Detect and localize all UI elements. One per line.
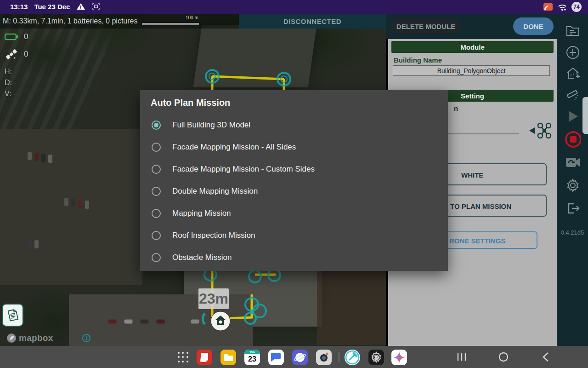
mission-option-label: Facade Mapping Mission - All Sides (172, 143, 296, 152)
add-circle-icon[interactable] (565, 44, 581, 61)
satellite-count: 0 (24, 50, 28, 59)
battery-count: 0 (24, 32, 28, 41)
wifi-icon (557, 3, 567, 11)
mapbox-wordmark: mapbox (19, 333, 53, 343)
sidebar-scrollbar[interactable] (582, 97, 588, 134)
warning-icon (76, 2, 85, 11)
play-icon[interactable] (565, 108, 581, 125)
document-icon (6, 308, 19, 322)
radio-icon[interactable] (152, 165, 161, 174)
mission-option[interactable]: Roof Inspection Mission (140, 224, 448, 247)
record-icon[interactable] (565, 131, 581, 148)
connection-status-text: DISCONNECTED (283, 17, 341, 25)
files-app-icon[interactable] (220, 350, 236, 365)
back-button[interactable] (537, 346, 555, 368)
mission-option[interactable]: Obstacle Mission (140, 247, 448, 269)
telemetry-h: H: - (5, 66, 28, 77)
map-info-icon[interactable] (82, 334, 90, 342)
mission-option-list: Full Building 3D Model Facade Mapping Mi… (140, 114, 448, 269)
mission-option-label: Mapping Mission (172, 209, 231, 218)
messages-app-icon[interactable] (268, 350, 284, 365)
wand-icon[interactable] (565, 86, 581, 103)
mission-option-label: Obstacle Mission (172, 253, 232, 262)
cast-icon (543, 2, 553, 12)
dialog-title: Auto Plan Mission (151, 98, 230, 108)
module-section-header: Module (391, 41, 554, 53)
setting-partial-label: n (454, 104, 458, 112)
done-button[interactable]: DONE (513, 17, 554, 35)
battery-icon (5, 33, 18, 40)
mission-stats-bar: M: 0.33km, 7.1min, 1 batteries, 0 pictur… (0, 14, 239, 29)
satellite-icon (5, 49, 18, 60)
send-to-drone-icon[interactable] (528, 121, 552, 140)
delete-module-button[interactable]: DELETE MODULE (391, 18, 460, 34)
app-drawer-icon[interactable] (178, 352, 189, 363)
mission-option[interactable]: Mapping Mission (140, 202, 448, 224)
taskbar: TUE 23 (0, 346, 588, 368)
mission-option-label: Double Mapping Mission (172, 187, 258, 196)
recents-button[interactable] (452, 346, 471, 368)
mission-option-label: Facade Mapping Mission - Custom Sides (172, 165, 315, 174)
radio-icon[interactable] (152, 143, 161, 152)
mission-notes-button[interactable] (2, 304, 23, 327)
map-scale-label: 100 m (186, 15, 198, 20)
add-building-icon[interactable] (565, 65, 581, 82)
date: Tue 23 Dec (34, 3, 70, 11)
notes-app-icon[interactable] (197, 350, 212, 365)
building-name-input[interactable] (393, 65, 550, 76)
telemetry-v: V: - (5, 88, 28, 99)
camera-app-icon[interactable] (316, 350, 332, 365)
altitude-label: 23m (198, 288, 229, 309)
device-settings-app-icon[interactable] (368, 350, 384, 365)
mission-option[interactable]: Facade Mapping Mission - Custom Sides (140, 158, 448, 180)
browser-app-icon[interactable] (292, 350, 308, 365)
battery-percent-icon: 74 (571, 2, 582, 12)
telemetry-d: D: - (5, 77, 28, 88)
mission-option[interactable]: Full Building 3D Model (140, 114, 448, 136)
folder-icon[interactable] (565, 22, 581, 39)
app-screen: 23m M: 0.33km, 7.1min, 1 batteries, 0 pi… (0, 0, 588, 368)
clock: 13:13 (10, 3, 28, 11)
auto-plan-mission-dialog: Auto Plan Mission Full Building 3D Model… (140, 90, 448, 271)
mission-option[interactable]: Facade Mapping Mission - All Sides (140, 136, 448, 158)
screen-capture-icon (92, 2, 100, 11)
camera-rotate-icon[interactable] (565, 154, 581, 171)
radio-icon[interactable] (152, 121, 161, 130)
mission-option-label: Full Building 3D Model (172, 121, 250, 130)
drone-app-icon[interactable] (345, 350, 360, 365)
tool-sidebar: 0.4.21d5 (557, 14, 588, 346)
assistant-app-icon[interactable] (391, 350, 407, 365)
radio-icon[interactable] (152, 253, 161, 262)
radio-icon[interactable] (152, 187, 161, 196)
calendar-app-icon[interactable]: TUE 23 (244, 350, 260, 365)
telemetry-overlay: 0 0 H: - D: - V: - (5, 29, 28, 99)
building-name-label: Building Name (394, 56, 442, 64)
exit-icon[interactable] (565, 200, 581, 217)
app-version: 0.4.21d5 (559, 229, 586, 236)
mission-stats-text: M: 0.33km, 7.1min, 1 batteries, 0 pictur… (3, 17, 137, 25)
radio-icon[interactable] (152, 231, 161, 240)
mapbox-logo-icon (6, 333, 17, 343)
connection-status-bar: DISCONNECTED (239, 14, 386, 29)
map-scale-bar (141, 22, 200, 26)
radio-icon[interactable] (152, 209, 161, 218)
mission-option-label: Roof Inspection Mission (172, 231, 255, 240)
home-button[interactable] (494, 346, 513, 368)
mission-option[interactable]: Double Mapping Mission (140, 180, 448, 202)
dock-separator (339, 352, 339, 362)
gear-icon[interactable] (565, 177, 581, 194)
android-status-bar: 13:13 Tue 23 Dec 74 (0, 0, 588, 14)
mapbox-attribution[interactable]: mapbox (6, 333, 90, 343)
